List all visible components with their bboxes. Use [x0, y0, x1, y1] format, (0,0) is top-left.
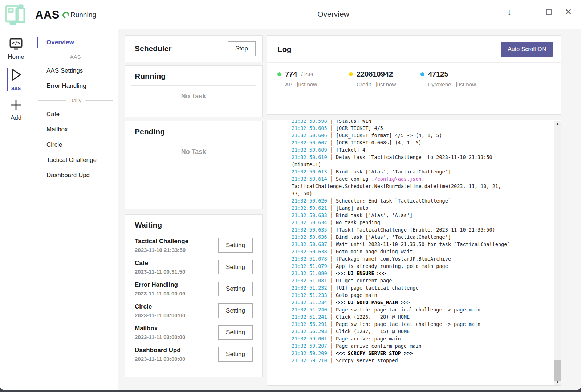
stat-label: Credit - just now	[349, 81, 420, 87]
log-line: INFO21:32:50.598 │ [Status] WIN	[271, 120, 552, 124]
log-line: INFO21:32:50.620 │ Scheduler: End task `…	[271, 197, 552, 204]
running-title: Running	[135, 72, 166, 80]
sidebar-item-cafe[interactable]: Cafe	[33, 107, 118, 122]
log-message: [Task] TacticalChallenge (Enable, 2023-1…	[336, 227, 495, 233]
waiting-task-name: Dashboard Upd	[135, 347, 185, 354]
main-area: Scheduler Stop Running No Task Pending N…	[118, 29, 581, 390]
sidebar-item-label: AAS Settings	[46, 67, 83, 74]
sidebar-item-tactical-challenge[interactable]: Tactical Challenge	[33, 152, 118, 168]
log-message: Goto main page during wait	[336, 249, 413, 254]
log-line: INFO21:32:50.637 │ Wait until 2023-11-10…	[271, 241, 552, 248]
log-message: Goto page_main	[336, 292, 377, 298]
running-card-header: Running	[131, 66, 256, 86]
log-level: INFO	[271, 284, 292, 291]
app-name: AAS	[35, 8, 60, 21]
log-timestamp: 21:32:50.614	[292, 176, 327, 182]
scrollbar-up-icon[interactable]: ▲	[554, 122, 561, 126]
minimize-button[interactable]	[521, 4, 537, 20]
log-level: INFO	[271, 146, 292, 154]
log-line: INFO21:32:50.638 │ Goto main page during…	[271, 248, 552, 255]
maximize-button[interactable]	[541, 4, 556, 20]
title-bar: AAS Running Overview ↓ ✕	[0, 0, 581, 29]
log-line: INFO21:32:50.609 │ [Ticket] 4	[271, 146, 552, 154]
waiting-task-next-run: 2023-11-11 03:00:00	[135, 356, 185, 362]
log-timestamp: 21:32:51.078	[292, 256, 327, 262]
rail-item-add[interactable]: Add	[0, 99, 32, 122]
log-line: INFO21:32:50.606 │ [OCR_TICKET format] 4…	[271, 132, 552, 139]
sidebar-item-aas-settings[interactable]: AAS Settings	[33, 63, 118, 78]
log-separator: │	[327, 278, 336, 283]
sidebar-item-mailbox[interactable]: Mailbox	[33, 122, 118, 137]
log-message: Click (1237, 15) @ HOME	[336, 328, 410, 334]
sidebar-section-divider: AAS	[33, 50, 118, 63]
waiting-task-next-run: 2023-11-10 21:33:50	[135, 247, 188, 253]
divider-line	[85, 100, 113, 101]
waiting-task-name: Tactical Challenge	[135, 238, 188, 245]
stat-value: 220810942	[357, 70, 393, 78]
waiting-task-name: Mailbox	[135, 325, 185, 332]
sidebar-item-error-handling[interactable]: Error Handling	[33, 78, 118, 94]
minimize-icon	[526, 12, 532, 12]
log-level: INFO	[271, 120, 292, 124]
update-download-button[interactable]: ↓	[502, 4, 517, 20]
log-timestamp: 21:32:50.609	[292, 147, 327, 153]
log-separator: │	[327, 147, 336, 153]
log-message: Bind task ['Alas', 'TacticalChallenge']	[336, 169, 451, 175]
plus-icon	[10, 99, 22, 113]
sidebar-item-overview[interactable]: Overview	[33, 35, 118, 50]
log-line: INFO21:32:50.605 │ [OCR_TICKET] 4/5	[271, 124, 552, 132]
log-line: INFO21:32:51.234 │ <<< UI GOTO PAGE_MAIN…	[271, 299, 552, 306]
log-message: <<< SCRCPY SERVER STOP >>>	[336, 350, 413, 356]
rail-item-home[interactable]: </> Home	[0, 38, 32, 61]
log-message: [Lang] auto	[336, 205, 368, 211]
setting-button[interactable]: Setting	[218, 325, 253, 340]
maximize-icon	[546, 9, 552, 15]
log-viewer[interactable]: INFO21:32:50.598 │ [Status] WININFO21:32…	[267, 120, 561, 386]
log-timestamp: 21:32:50.637	[292, 241, 327, 247]
log-level: INFO	[271, 328, 292, 335]
log-level: INFO	[271, 139, 292, 146]
log-separator: │	[327, 125, 336, 131]
setting-button[interactable]: Setting	[218, 260, 253, 274]
log-line: INFO21:32:56.293 │ Click (1237, 15) @ HO…	[271, 328, 552, 335]
stat-value: 47125	[428, 70, 448, 78]
log-separator: │	[327, 307, 336, 313]
setting-button[interactable]: Setting	[218, 282, 253, 296]
sidebar-item-circle[interactable]: Circle	[33, 137, 118, 152]
log-line: INFO21:32:50.636 │ Bind task ['Alas', 'T…	[271, 233, 552, 241]
app-logo-icon	[4, 3, 27, 26]
scrollbar-down-icon[interactable]: ▼	[554, 380, 561, 384]
stop-button[interactable]: Stop	[228, 41, 256, 56]
log-timestamp: 21:32:50.636	[292, 234, 327, 240]
app-window: AAS Running Overview ↓ ✕ </> Home	[0, 0, 581, 390]
auto-scroll-button[interactable]: Auto Scroll ON	[501, 42, 553, 57]
log-line: INFO21:32:51.078 │ [Package_name] com.Yo…	[271, 255, 552, 262]
window-controls: ↓ ✕	[502, 4, 576, 20]
log-level: INFO	[271, 197, 292, 204]
log-separator: │	[327, 205, 336, 211]
log-card-header: Log Auto Scroll ON	[267, 36, 561, 63]
waiting-task-info: Cafe2023-11-11 00:31:50	[135, 260, 185, 275]
setting-button[interactable]: Setting	[218, 303, 253, 318]
setting-button[interactable]: Setting	[218, 238, 253, 253]
log-separator: │	[327, 343, 336, 349]
rail-item-aas[interactable]: aas	[0, 68, 32, 91]
log-level: INFO	[271, 342, 292, 350]
scrollbar-thumb[interactable]	[554, 360, 561, 381]
sidebar-item-label: Cafe	[46, 111, 60, 118]
log-level: INFO	[271, 154, 292, 161]
log-separator: │	[327, 176, 336, 182]
close-button[interactable]: ✕	[561, 4, 576, 20]
stat-label: Pyroxene - just now	[420, 81, 492, 87]
log-line: INFO21:32:51.233 │ Goto page_main	[271, 291, 552, 299]
log-separator: │	[327, 241, 336, 247]
log-line: INFO21:32:56.291 │ Page switch: page_tac…	[271, 320, 552, 328]
sidebar-item-dashboard-upd[interactable]: Dashboard Upd	[33, 168, 118, 183]
setting-button[interactable]: Setting	[218, 347, 253, 362]
log-separator: │	[327, 212, 336, 218]
log-timestamp: 21:32:51.081	[292, 278, 327, 283]
log-scrollbar[interactable]: ▲ ▼	[554, 121, 561, 385]
log-message: UI get current page	[336, 278, 392, 283]
scheduler-status-label: Running	[70, 11, 96, 19]
pending-empty-text: No Task	[125, 148, 262, 156]
